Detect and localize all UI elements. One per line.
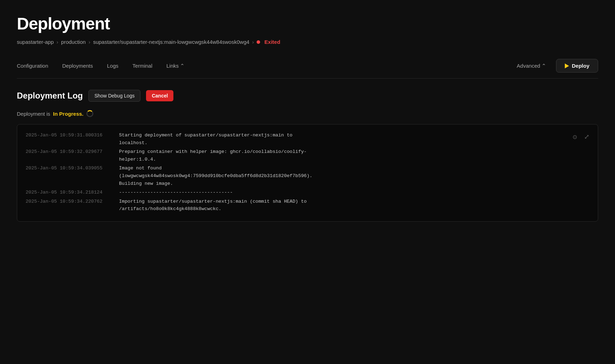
deploy-button[interactable]: Deploy <box>556 59 598 73</box>
section-header: Deployment Log Show Debug Logs Cancel <box>17 90 598 102</box>
progress-line: Deployment is In Progress. <box>17 110 598 117</box>
nav-tabs: Configuration Deployments Logs Terminal … <box>17 60 512 72</box>
log-copy-button[interactable]: ⊙ <box>571 132 578 142</box>
log-timestamp-3: 2025-Jan-05 10:59:34.218124 <box>26 189 113 196</box>
page-title: Deployment <box>17 14 598 33</box>
deployment-log-section: Deployment Log Show Debug Logs Cancel De… <box>17 90 598 222</box>
log-message-4: Importing supastarter/supastarter-nextjs… <box>119 198 589 213</box>
log-entry-3: 2025-Jan-05 10:59:34.218124 ------------… <box>26 189 589 196</box>
nav-bar: Configuration Deployments Logs Terminal … <box>17 59 598 79</box>
log-timestamp-4: 2025-Jan-05 10:59:34.220762 <box>26 198 113 213</box>
log-message-3: ---------------------------------------- <box>119 189 589 196</box>
tab-links[interactable]: Links ⌃ <box>159 60 192 72</box>
log-message-2: Image not found(lowgwcwgsk44w84swosk0wg4… <box>119 164 589 187</box>
log-entry-4: 2025-Jan-05 10:59:34.220762 Importing su… <box>26 198 589 213</box>
progress-prefix: Deployment is <box>17 111 50 117</box>
log-message-1: Preparing container with helper image: g… <box>119 148 589 163</box>
breadcrumb: supastarter-app › production › supastart… <box>17 39 598 45</box>
tab-configuration[interactable]: Configuration <box>17 60 55 72</box>
log-entry-0: 2025-Jan-05 10:59:31.800316 Starting dep… <box>26 132 589 147</box>
log-timestamp-2: 2025-Jan-05 10:59:34.039055 <box>26 164 113 187</box>
show-debug-logs-button[interactable]: Show Debug Logs <box>88 90 140 102</box>
advanced-button[interactable]: Advanced ⌃ <box>512 60 550 72</box>
log-entry-1: 2025-Jan-05 10:59:32.029677 Preparing co… <box>26 148 589 163</box>
log-entry-2: 2025-Jan-05 10:59:34.039055 Image not fo… <box>26 164 589 187</box>
progress-status: In Progress. <box>53 111 84 117</box>
section-title: Deployment Log <box>17 91 83 101</box>
breadcrumb-service[interactable]: supastarter/supastarter-nextjs:main-lowg… <box>93 39 249 45</box>
log-message-0: Starting deployment of supastarter/supas… <box>119 132 589 147</box>
breadcrumb-app[interactable]: supastarter-app <box>17 39 54 45</box>
log-container: ⊙ ⤢ 2025-Jan-05 10:59:31.800316 Starting… <box>17 124 598 222</box>
deploy-play-icon <box>565 63 569 68</box>
tab-terminal[interactable]: Terminal <box>125 60 159 72</box>
log-timestamp-0: 2025-Jan-05 10:59:31.800316 <box>26 132 113 147</box>
breadcrumb-sep-3: › <box>252 39 254 45</box>
status-badge: Exited <box>264 39 280 45</box>
cancel-button[interactable]: Cancel <box>146 90 173 101</box>
spinner-icon <box>86 110 93 117</box>
tab-logs[interactable]: Logs <box>100 60 126 72</box>
log-timestamp-1: 2025-Jan-05 10:59:32.029677 <box>26 148 113 163</box>
log-actions: ⊙ ⤢ <box>571 132 591 142</box>
breadcrumb-sep-1: › <box>57 39 58 45</box>
nav-actions: Advanced ⌃ Deploy <box>512 59 598 73</box>
log-expand-button[interactable]: ⤢ <box>583 132 591 142</box>
tab-deployments[interactable]: Deployments <box>55 60 100 72</box>
status-dot-icon <box>257 40 260 44</box>
breadcrumb-env[interactable]: production <box>61 39 86 45</box>
breadcrumb-sep-2: › <box>88 39 90 45</box>
deploy-label: Deploy <box>572 63 589 69</box>
